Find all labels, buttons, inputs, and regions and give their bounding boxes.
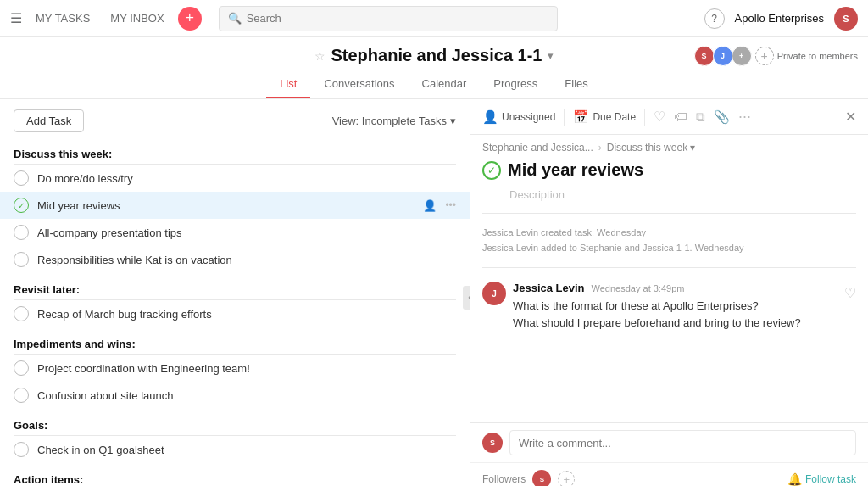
task-text-7: Confusion about site launch	[37, 389, 456, 402]
calendar-icon: 📅	[573, 109, 589, 125]
task-row-5[interactable]: Recap of March bug tracking efforts	[0, 300, 470, 327]
member-avatar-1: S	[694, 46, 715, 66]
breadcrumb: Stephanie and Jessica... › Discuss this …	[470, 135, 868, 154]
privacy-label: Private to members	[777, 51, 858, 61]
header-sep-2	[644, 109, 645, 126]
search-icon: 🔍	[228, 12, 242, 25]
section-action-title: Action items:	[14, 473, 83, 486]
task-text-5: Recap of March bug tracking efforts	[37, 308, 456, 321]
task-text-6: Project coordination with Engineering te…	[37, 362, 456, 375]
task-check-5[interactable]	[14, 306, 29, 321]
task-row-4[interactable]: Responsibilities while Kat is on vacatio…	[0, 246, 470, 273]
task-check-3[interactable]	[14, 225, 29, 240]
view-filter[interactable]: View: Incomplete Tasks ▾	[332, 115, 456, 127]
heart-icon: ♡	[654, 109, 665, 125]
more-action[interactable]: ···	[738, 108, 751, 126]
my-tasks-link[interactable]: MY TASKS	[29, 12, 97, 25]
comment-input[interactable]	[509, 430, 856, 455]
tab-list[interactable]: List	[266, 72, 310, 98]
search-bar: 🔍	[219, 6, 558, 31]
due-date-action[interactable]: 📅 Due Date	[573, 109, 636, 125]
help-button[interactable]: ?	[704, 8, 725, 29]
view-filter-label: View: Incomplete Tasks	[332, 115, 447, 127]
page-title-row: ☆ Stephanie and Jessica 1-1 ▾	[314, 46, 553, 65]
bookmark-action[interactable]: 🏷	[674, 109, 687, 125]
commenter-name: Jessica Levin	[513, 282, 585, 294]
side-toggle[interactable]: ‹	[463, 286, 470, 310]
task-check-4[interactable]	[14, 252, 29, 267]
section-revisit-title: Revisit later:	[14, 283, 80, 296]
member-avatar-3: +	[732, 46, 752, 66]
search-input[interactable]	[247, 12, 548, 25]
task-check-8[interactable]	[14, 442, 29, 457]
task-row-8[interactable]: Check in on Q1 goalsheet	[0, 436, 470, 463]
add-task-button[interactable]: Add Task	[14, 109, 84, 132]
tab-progress[interactable]: Progress	[480, 72, 551, 98]
star-icon[interactable]: ☆	[314, 49, 326, 63]
description-area[interactable]: Description	[470, 183, 868, 206]
task-text-8: Check in on Q1 goalsheet	[37, 444, 456, 456]
like-button[interactable]: ♡	[844, 282, 856, 301]
section-discuss-title: Discuss this week:	[14, 148, 112, 160]
task-row-3[interactable]: All-company presentation tips	[0, 219, 470, 246]
breadcrumb-parent[interactable]: Stephanie and Jessica...	[482, 142, 593, 154]
bell-icon: 🔔	[787, 472, 802, 486]
task-title-area: ✓ Mid year reviews	[470, 154, 868, 183]
section-impediments: Impediments and wins:	[0, 332, 470, 354]
task-check-7[interactable]	[14, 388, 29, 403]
current-user-avatar: S	[482, 433, 503, 453]
comment-input-row: S	[470, 422, 868, 462]
comment-divider	[482, 267, 856, 268]
member-avatar-2: J	[713, 46, 733, 66]
add-follower-button[interactable]: +	[558, 471, 575, 486]
comment-time: Wednesday at 3:49pm	[592, 283, 685, 293]
followers-row: Followers S + 🔔 Follow task	[470, 462, 868, 486]
task-row[interactable]: Do more/do less/try	[0, 165, 470, 192]
close-button[interactable]: ✕	[845, 109, 856, 125]
tab-calendar[interactable]: Calendar	[409, 72, 481, 98]
task-check-1[interactable]	[14, 170, 29, 186]
task-check-6[interactable]	[14, 360, 29, 376]
header-sep-1	[564, 109, 565, 126]
add-button[interactable]: +	[178, 7, 202, 31]
left-panel: Add Task View: Incomplete Tasks ▾ Discus…	[0, 99, 470, 486]
assign-icon[interactable]: 👤	[423, 199, 437, 212]
copy-icon: ⧉	[696, 109, 705, 125]
task-check-2[interactable]: ✓	[14, 198, 29, 213]
description-placeholder: Description	[509, 188, 565, 201]
right-panel: 👤 Unassigned 📅 Due Date ♡ 🏷 ⧉ 📎 ··	[470, 99, 868, 486]
follow-task-button[interactable]: 🔔 Follow task	[787, 472, 856, 486]
view-filter-chevron: ▾	[450, 115, 456, 127]
page-header: ☆ Stephanie and Jessica 1-1 ▾ List Conve…	[0, 37, 868, 99]
task-row-6[interactable]: Project coordination with Engineering te…	[0, 355, 470, 382]
followers-label: Followers	[482, 473, 526, 485]
add-member-button[interactable]: +	[755, 47, 774, 65]
hamburger-icon[interactable]: ☰	[10, 10, 22, 26]
assign-action[interactable]: 👤 Unassigned	[482, 109, 555, 125]
task-text-3: All-company presentation tips	[37, 226, 456, 239]
title-chevron-icon[interactable]: ▾	[548, 49, 554, 62]
top-nav: ☰ MY TASKS MY INBOX + 🔍 ? Apollo Enterpr…	[0, 0, 868, 37]
activity-divider	[482, 213, 856, 214]
privacy-row: S J + + Private to members	[694, 46, 858, 66]
due-date-label: Due Date	[593, 111, 636, 123]
task-row-7[interactable]: Confusion about site launch	[0, 382, 470, 409]
breadcrumb-chevron-icon: ▾	[690, 142, 695, 154]
breadcrumb-current[interactable]: Discuss this week ▾	[607, 142, 695, 154]
comment-text-2: What should I prepare beforehand and bri…	[513, 315, 837, 332]
task-row-selected[interactable]: ⠿ ✓ Mid year reviews 👤 •••	[0, 192, 470, 219]
task-text-2: Mid year reviews	[37, 199, 415, 212]
attach-action[interactable]: 📎	[714, 109, 730, 125]
task-complete-check[interactable]: ✓	[482, 161, 501, 180]
spacer	[470, 338, 868, 422]
comment-area: J Jessica Levin Wednesday at 3:49pm What…	[470, 275, 868, 338]
copy-action[interactable]: ⧉	[696, 109, 705, 125]
tab-conversations[interactable]: Conversations	[310, 72, 408, 98]
task-main-title: Mid year reviews	[508, 160, 643, 180]
heart-action[interactable]: ♡	[654, 109, 665, 125]
follower-avatar-1: S	[532, 470, 551, 486]
tab-files[interactable]: Files	[551, 72, 601, 98]
more-icon[interactable]: •••	[445, 199, 456, 211]
my-inbox-link[interactable]: MY INBOX	[103, 12, 170, 25]
comment-text-1: What is the format for these at Apollo E…	[513, 298, 837, 315]
